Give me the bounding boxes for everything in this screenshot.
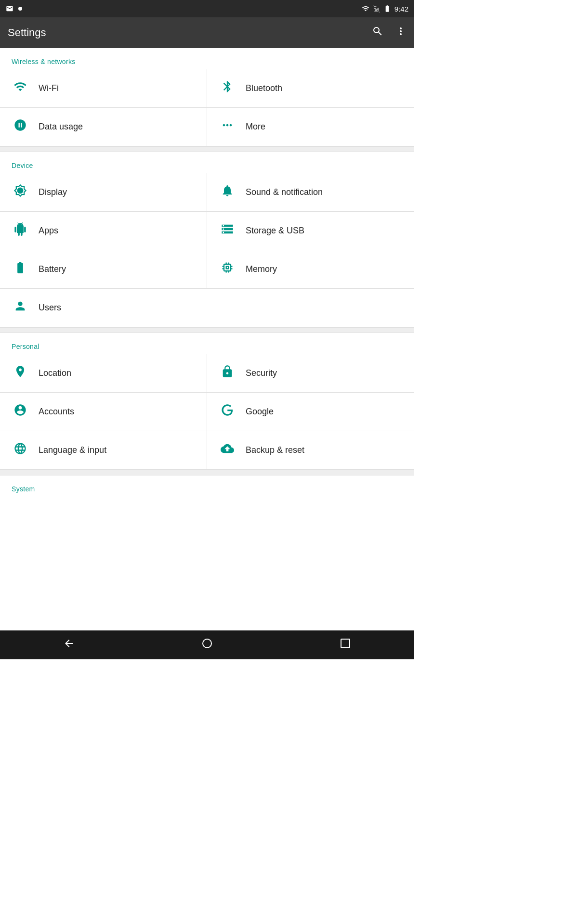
more-options-button[interactable] [395, 26, 407, 40]
search-button[interactable] [372, 26, 383, 40]
toolbar: Settings [0, 17, 414, 48]
memory-label: Memory [246, 264, 277, 274]
section-device: Device Display Sound & notification [0, 152, 414, 327]
signal-icon [372, 5, 380, 13]
settings-item-bluetooth[interactable]: Bluetooth [207, 69, 414, 108]
wifi-icon [12, 80, 29, 97]
section-wireless: Wireless & networks Wi-Fi Bluetooth [0, 48, 414, 146]
toolbar-actions [372, 26, 407, 40]
settings-item-display[interactable]: Display [0, 173, 207, 212]
section-header-device: Device [0, 152, 414, 173]
bell-icon [219, 184, 236, 201]
display-icon [12, 184, 29, 201]
battery-label: Battery [39, 264, 66, 274]
account-icon [12, 403, 29, 420]
personal-grid: Location Security Accounts [0, 354, 414, 470]
settings-content: Wireless & networks Wi-Fi Bluetooth [0, 48, 414, 630]
settings-item-location[interactable]: Location [0, 354, 207, 393]
settings-item-security[interactable]: Security [207, 354, 414, 393]
settings-item-language[interactable]: Language & input [0, 431, 207, 470]
settings-item-wifi[interactable]: Wi-Fi [0, 69, 207, 108]
wifi-label: Wi-Fi [39, 83, 59, 93]
lock-icon [219, 365, 236, 382]
settings-item-storage[interactable]: Storage & USB [207, 212, 414, 250]
settings-item-data-usage[interactable]: Data usage [0, 108, 207, 146]
time-display: 9:42 [394, 5, 408, 13]
settings-item-google[interactable]: Google [207, 393, 414, 431]
settings-item-more[interactable]: More [207, 108, 414, 146]
settings-item-battery[interactable]: Battery [0, 250, 207, 289]
settings-item-users[interactable]: Users [0, 289, 414, 327]
accounts-label: Accounts [39, 407, 74, 417]
location-icon [12, 365, 29, 382]
data-usage-label: Data usage [39, 122, 83, 132]
location-label: Location [39, 368, 71, 378]
security-label: Security [246, 368, 277, 378]
globe-icon [12, 442, 29, 459]
wifi-status-icon [362, 5, 369, 13]
divider-wireless-device [0, 146, 414, 152]
storage-label: Storage & USB [246, 226, 304, 236]
backup-label: Backup & reset [246, 445, 304, 455]
data-usage-icon [12, 118, 29, 135]
section-system: System [0, 475, 414, 497]
divider-personal-system [0, 470, 414, 475]
back-button[interactable] [52, 634, 86, 656]
storage-icon [219, 222, 236, 239]
status-bar-left-icons [6, 5, 23, 13]
google-label: Google [246, 407, 274, 417]
section-header-system: System [0, 475, 414, 497]
svg-rect-2 [341, 639, 350, 648]
apps-label: Apps [39, 226, 58, 236]
page-title: Settings [8, 26, 46, 39]
status-bar: 9:42 [0, 0, 414, 17]
settings-item-accounts[interactable]: Accounts [0, 393, 207, 431]
home-button[interactable] [190, 634, 224, 656]
battery-status-icon [383, 5, 392, 13]
section-header-personal: Personal [0, 333, 414, 354]
language-label: Language & input [39, 445, 106, 455]
settings-item-backup[interactable]: Backup & reset [207, 431, 414, 470]
users-label: Users [39, 303, 61, 313]
person-icon [12, 299, 29, 316]
sound-label: Sound & notification [246, 187, 323, 197]
section-personal: Personal Location Security [0, 333, 414, 470]
more-label: More [246, 122, 265, 132]
bottom-navigation [0, 630, 414, 659]
svg-point-1 [203, 639, 211, 648]
settings-item-sound[interactable]: Sound & notification [207, 173, 414, 212]
recents-button[interactable] [328, 634, 363, 656]
divider-device-personal [0, 327, 414, 333]
google-icon [219, 403, 236, 420]
more-icon [219, 118, 236, 135]
gmail-icon [6, 5, 13, 13]
wireless-grid: Wi-Fi Bluetooth Data usage [0, 69, 414, 146]
battery-icon [12, 261, 29, 278]
settings-item-apps[interactable]: Apps [0, 212, 207, 250]
android-icon [12, 222, 29, 239]
settings-item-memory[interactable]: Memory [207, 250, 414, 289]
bluetooth-icon [219, 80, 236, 97]
svg-point-0 [18, 7, 22, 11]
section-header-wireless: Wireless & networks [0, 48, 414, 69]
device-grid: Display Sound & notification Apps [0, 173, 414, 327]
status-bar-right-icons: 9:42 [362, 5, 408, 13]
dot-icon [17, 6, 23, 12]
backup-icon [219, 442, 236, 459]
bluetooth-label: Bluetooth [246, 83, 282, 93]
display-label: Display [39, 187, 67, 197]
memory-icon [219, 261, 236, 278]
